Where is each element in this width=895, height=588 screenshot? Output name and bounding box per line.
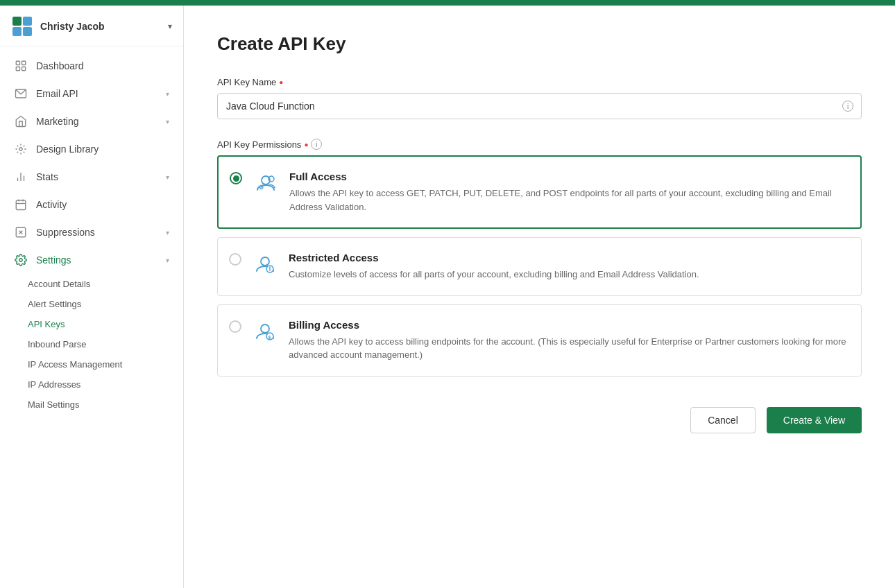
suppressions-chevron-icon: ▾ <box>166 229 169 236</box>
form-title: Create API Key <box>217 33 862 55</box>
sidebar-item-suppressions[interactable]: Suppressions ▾ <box>0 218 183 246</box>
sidebar-item-settings[interactable]: Settings ▾ <box>0 246 183 274</box>
svg-text:$: $ <box>268 334 271 340</box>
stats-label: Stats <box>36 171 157 182</box>
sidebar-item-activity[interactable]: Activity <box>0 191 183 218</box>
billing-access-radio[interactable] <box>229 320 241 333</box>
sidebar-item-dashboard[interactable]: Dashboard <box>0 52 183 80</box>
sidebar: Christy Jacob ▾ Dashboard Email API ▾ <box>0 0 184 588</box>
full-access-title: Full Access <box>289 171 846 182</box>
sidebar-item-design-library[interactable]: Design Library <box>0 135 183 163</box>
restricted-access-icon <box>253 252 278 277</box>
settings-chevron-icon: ▾ <box>166 257 169 264</box>
billing-access-icon: $ <box>253 319 278 344</box>
dashboard-label: Dashboard <box>36 60 169 71</box>
permission-restricted-access[interactable]: Restricted Access Customize levels of ac… <box>217 237 862 296</box>
sidebar-header: Christy Jacob ▾ <box>0 6 183 46</box>
billing-access-desc: Allows the API key to access billing end… <box>289 335 847 362</box>
top-bar <box>0 0 895 6</box>
subnav-inbound-parse[interactable]: Inbound Parse <box>0 334 183 354</box>
restricted-access-desc: Customize levels of access for all parts… <box>289 268 847 282</box>
marketing-label: Marketing <box>36 116 157 127</box>
suppressions-icon <box>14 225 28 239</box>
settings-label: Settings <box>36 254 157 266</box>
stats-icon <box>14 170 28 184</box>
username: Christy Jacob <box>40 21 105 32</box>
api-key-permissions-label: API Key Permissions ● i <box>217 139 862 150</box>
api-key-permissions-group: API Key Permissions ● i <box>217 139 862 385</box>
create-view-button[interactable]: Create & View <box>767 407 862 433</box>
app-logo <box>11 15 33 37</box>
restricted-access-title: Restricted Access <box>289 252 847 263</box>
subnav-api-keys[interactable]: API Keys <box>0 314 183 334</box>
marketing-chevron-icon: ▾ <box>166 118 169 126</box>
subnav-mail-settings[interactable]: Mail Settings <box>0 395 183 415</box>
subnav-ip-access-management[interactable]: IP Access Management <box>0 354 183 374</box>
svg-rect-1 <box>22 61 26 64</box>
settings-subnav: Account Details Alert Settings API Keys … <box>0 274 183 415</box>
full-access-icon: ⚙ <box>253 171 278 196</box>
svg-point-25 <box>269 270 271 272</box>
permission-options: ⚙ Full Access Allows the API key to acce… <box>217 155 862 385</box>
dashboard-icon <box>14 59 28 73</box>
permissions-info-icon[interactable]: i <box>311 139 322 150</box>
svg-rect-0 <box>16 61 19 64</box>
svg-point-16 <box>19 259 23 262</box>
subnav-alert-settings[interactable]: Alert Settings <box>0 294 183 314</box>
api-key-name-label: API Key Name ● <box>217 77 862 87</box>
billing-access-title: Billing Access <box>289 319 847 331</box>
suppressions-label: Suppressions <box>36 227 157 238</box>
permissions-required-indicator: ● <box>304 141 308 148</box>
full-access-desc: Allows the API key to access GET, PATCH,… <box>289 187 846 214</box>
create-api-key-form: Create API Key API Key Name ● i API Key … <box>184 6 895 461</box>
svg-point-26 <box>261 325 269 333</box>
api-key-name-input-wrapper: i <box>217 93 862 119</box>
main-content: Create API Key API Key Name ● i API Key … <box>184 0 895 588</box>
svg-text:⚙: ⚙ <box>259 184 264 191</box>
api-key-name-input[interactable] <box>217 93 862 119</box>
action-buttons: Cancel Create & View <box>217 407 862 433</box>
permission-billing-access[interactable]: $ Billing Access Allows the API key to a… <box>217 304 862 377</box>
email-api-chevron-icon: ▾ <box>166 90 169 98</box>
billing-access-content: Billing Access Allows the API key to acc… <box>289 319 847 362</box>
full-access-content: Full Access Allows the API key to access… <box>289 171 846 214</box>
api-key-name-group: API Key Name ● i <box>217 77 862 119</box>
stats-chevron-icon: ▾ <box>166 173 169 181</box>
email-api-icon <box>14 87 28 101</box>
restricted-access-radio[interactable] <box>229 253 241 266</box>
svg-rect-9 <box>16 200 26 210</box>
settings-icon <box>14 253 28 267</box>
required-indicator: ● <box>279 78 283 86</box>
sidebar-item-stats[interactable]: Stats ▾ <box>0 163 183 191</box>
svg-point-5 <box>19 148 23 151</box>
svg-rect-3 <box>22 67 26 71</box>
design-library-icon <box>14 142 28 156</box>
svg-point-22 <box>261 257 269 266</box>
permission-full-access[interactable]: ⚙ Full Access Allows the API key to acce… <box>217 155 862 229</box>
api-key-name-info-icon[interactable]: i <box>842 101 853 112</box>
subnav-ip-addresses[interactable]: IP Addresses <box>0 374 183 395</box>
subnav-account-details[interactable]: Account Details <box>0 274 183 294</box>
activity-icon <box>14 198 28 211</box>
user-chevron-icon[interactable]: ▾ <box>168 21 172 31</box>
user-info[interactable]: Christy Jacob <box>11 15 105 37</box>
design-library-label: Design Library <box>36 144 169 155</box>
sidebar-item-marketing[interactable]: Marketing ▾ <box>0 107 183 135</box>
cancel-button[interactable]: Cancel <box>690 407 756 433</box>
restricted-access-content: Restricted Access Customize levels of ac… <box>289 252 847 282</box>
marketing-icon <box>14 114 28 128</box>
sidebar-item-email-api[interactable]: Email API ▾ <box>0 80 183 107</box>
activity-label: Activity <box>36 199 169 210</box>
full-access-radio[interactable] <box>230 172 242 184</box>
svg-rect-2 <box>16 67 19 71</box>
email-api-label: Email API <box>36 88 157 99</box>
